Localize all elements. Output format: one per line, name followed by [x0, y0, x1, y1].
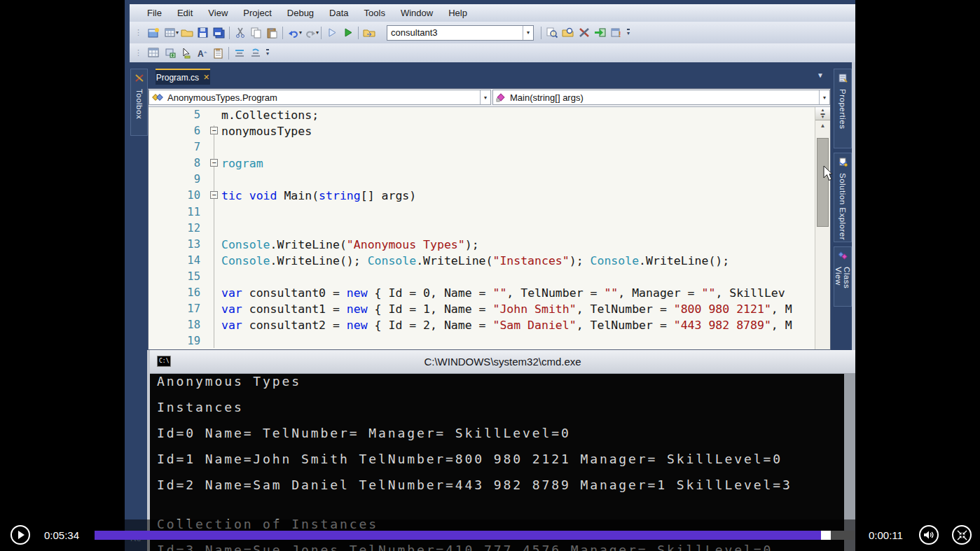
tab-close-icon[interactable]: ✕ [203, 73, 209, 82]
line-number: 18 [149, 317, 209, 333]
fold-margin[interactable]: − [209, 123, 221, 139]
type-dropdown-value: AnonymousTypes.Program [165, 92, 480, 103]
navigate-icon[interactable] [361, 25, 377, 41]
sidebar-tab-toolbox[interactable]: Toolbox [130, 69, 148, 136]
standard-toolbar: ⋮ ▾ ▾ ▾ consultant3 ▾ [130, 22, 855, 43]
menu-file[interactable]: File [139, 6, 170, 20]
menu-help[interactable]: Help [441, 6, 475, 20]
tools-icon[interactable] [576, 25, 592, 41]
line-number: 6 [149, 123, 209, 139]
add-query-icon[interactable] [162, 46, 178, 61]
solution-explorer-icon [838, 157, 848, 169]
copy-icon[interactable] [248, 25, 264, 41]
method-icon [496, 93, 506, 102]
menu-debug[interactable]: Debug [279, 6, 322, 20]
error-list-icon[interactable]: ! [608, 25, 624, 41]
menu-window[interactable]: Window [393, 6, 441, 20]
sidebar-tab-class-view[interactable]: Class View [834, 246, 852, 307]
menu-view[interactable]: View [200, 6, 235, 20]
cut-icon[interactable] [232, 25, 248, 41]
code-text: var consultant2 = new { Id = 2, Name = "… [221, 317, 792, 333]
elapsed-time: 0:05:34 [44, 529, 79, 541]
splitter-handle-icon[interactable]: ▲▬▼ [815, 107, 830, 120]
start-outline-icon[interactable] [324, 25, 340, 41]
member-dropdown[interactable]: Main(string[] args) ▾ [492, 90, 830, 105]
sidebar-tab-properties[interactable]: Properties [834, 69, 852, 148]
toolbar-separator [541, 27, 541, 39]
progress-handle[interactable] [821, 531, 831, 540]
fold-margin [209, 237, 221, 253]
volume-button[interactable] [919, 525, 939, 545]
toolbar-overflow-icon[interactable]: ▾ [627, 29, 630, 36]
tab-order-icon[interactable]: A [194, 46, 210, 61]
fold-collapse-icon[interactable]: − [210, 191, 218, 199]
fold-margin [209, 333, 221, 349]
start-debugging-icon[interactable] [340, 25, 356, 41]
open-file-icon[interactable] [179, 25, 195, 41]
menu-data[interactable]: Data [322, 6, 356, 20]
property-pages-icon[interactable] [210, 46, 226, 61]
code-line: 12 [149, 221, 830, 237]
line-number: 12 [149, 221, 209, 237]
scroll-up-icon[interactable]: ▲ [815, 120, 830, 130]
sidebar-tab-solution-explorer[interactable]: Solution Explorer [834, 153, 852, 242]
class-view-icon [838, 251, 848, 263]
code-line: 16var consultant0 = new { Id = 0, Name =… [149, 285, 830, 301]
code-area[interactable]: 5m.Collections;6−nonymousTypes78−rogram9… [149, 107, 830, 349]
find-symbol-icon[interactable] [544, 25, 560, 41]
play-button[interactable] [11, 525, 30, 545]
fold-margin[interactable]: − [209, 188, 221, 204]
align-middles-icon[interactable] [231, 46, 247, 61]
toolbar-grip-icon[interactable]: ⋮ [134, 48, 142, 57]
sidebar-tab-label: Solution Explorer [838, 173, 847, 240]
editor-navigation-bar: AnonymousTypes.Program ▾ Main(string[] a… [149, 89, 830, 107]
fold-margin [209, 253, 221, 269]
save-icon[interactable] [195, 25, 211, 41]
toolbar-separator [282, 27, 283, 39]
remaining-time: 0:00:11 [869, 529, 903, 541]
find-combobox-caret-icon[interactable]: ▾ [523, 26, 533, 40]
code-text: Console.WriteLine(); Console.WriteLine("… [221, 253, 729, 269]
menu-project[interactable]: Project [235, 6, 279, 20]
toolbar-separator [358, 27, 359, 39]
pointer-icon[interactable] [178, 46, 194, 61]
find-combobox[interactable]: consultant3 ▾ [387, 25, 534, 41]
editor-vertical-scrollbar[interactable]: ▲▬▼ ▲ [815, 107, 830, 349]
find-combobox-value: consultant3 [387, 27, 523, 38]
find-in-files-icon[interactable] [560, 25, 576, 41]
data-grid-icon[interactable] [146, 46, 162, 61]
code-line: 8−rogram [149, 155, 830, 172]
fold-margin[interactable]: − [209, 155, 221, 172]
member-dropdown-caret-icon[interactable]: ▾ [819, 90, 829, 104]
type-dropdown[interactable]: AnonymousTypes.Program ▾ [149, 90, 491, 105]
line-number: 11 [149, 204, 209, 221]
menu-tools[interactable]: Tools [357, 6, 393, 20]
paste-icon[interactable] [264, 25, 280, 41]
new-project-icon[interactable] [146, 25, 162, 41]
size-to-grid-icon[interactable] [247, 46, 263, 61]
redo-caret-icon[interactable]: ▾ [316, 29, 319, 36]
fold-collapse-icon[interactable]: − [210, 127, 218, 134]
type-dropdown-caret-icon[interactable]: ▾ [480, 90, 490, 104]
code-editor: AnonymousTypes.Program ▾ Main(string[] a… [148, 88, 831, 350]
menu-edit[interactable]: Edit [170, 6, 200, 20]
fold-margin [209, 317, 221, 333]
line-number: 14 [149, 253, 209, 269]
progress-bar[interactable] [95, 531, 855, 540]
class-icon [152, 93, 163, 102]
document-tab-program-cs[interactable]: Program.cs ✕ [156, 69, 210, 85]
line-number: 16 [149, 285, 209, 301]
mouse-cursor [822, 165, 834, 185]
export-icon[interactable] [592, 25, 608, 41]
toolbar-grip-icon[interactable]: ⋮ [134, 28, 142, 37]
fullscreen-button[interactable] [952, 525, 972, 545]
toolbox-icon [134, 73, 144, 85]
code-text: rogram [221, 155, 263, 172]
tab-group-caret-icon[interactable]: ▼ [817, 71, 824, 79]
cmd-title-bar[interactable]: C:\ C:\WINDOWS\system32\cmd.exe [150, 350, 855, 374]
save-all-icon[interactable] [211, 25, 227, 41]
fullscreen-icon [957, 530, 967, 540]
code-line: 6−nonymousTypes [149, 123, 830, 139]
toolbar-overflow-icon[interactable]: ▾ [266, 49, 269, 57]
fold-collapse-icon[interactable]: − [210, 159, 218, 167]
